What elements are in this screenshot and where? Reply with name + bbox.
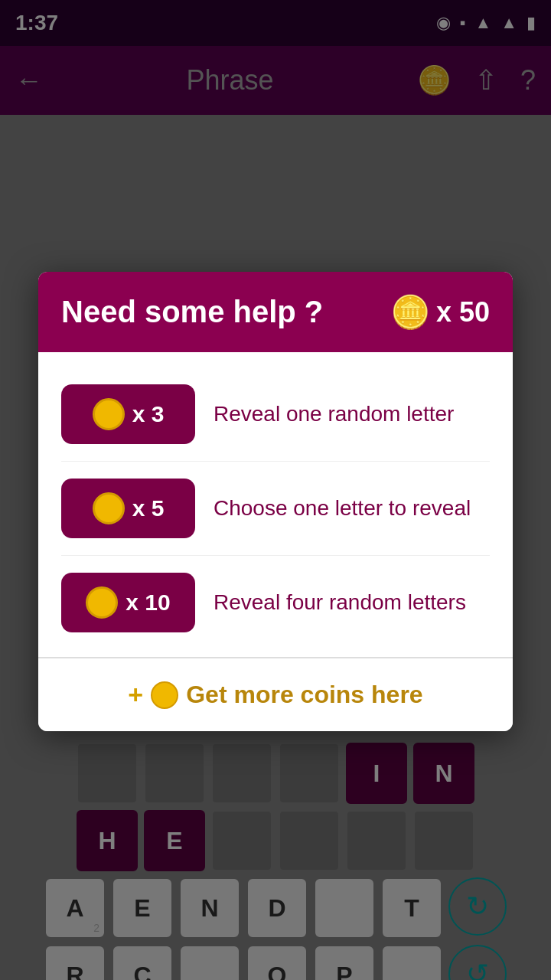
coin-icon-1 [93,398,125,430]
coin-icon-3 [86,586,118,619]
dialog-header: Need some help ? 🪙 x 50 [38,272,513,352]
option-desc-1: Reveal one random letter [214,400,490,428]
coin-stack-icon: 🪙 [390,293,430,331]
option-cost-label-1: x 3 [132,401,165,427]
help-option-2[interactable]: x 5 Choose one letter to reveal [61,462,490,556]
dialog-title: Need some help ? [61,295,323,329]
option-cost-3: x 10 [61,573,195,632]
dialog-body: x 3 Reveal one random letter x 5 Choose … [38,352,513,657]
get-more-coin-icon [151,681,178,709]
help-option-3[interactable]: x 10 Reveal four random letters [61,556,490,649]
coin-icon-2 [93,492,125,524]
help-dialog: Need some help ? 🪙 x 50 x 3 Reveal one r… [38,272,513,731]
option-cost-label-3: x 10 [126,590,170,616]
option-desc-3: Reveal four random letters [214,589,490,616]
option-desc-2: Choose one letter to reveal [214,495,490,522]
option-cost-1: x 3 [61,384,195,444]
plus-icon: + [128,680,143,710]
option-cost-label-2: x 5 [132,495,165,521]
coin-count-value: x 50 [436,296,490,328]
option-cost-2: x 5 [61,479,195,538]
get-more-label: Get more coins here [186,681,422,709]
coin-count-display: 🪙 x 50 [390,293,490,331]
help-option-1[interactable]: x 3 Reveal one random letter [61,368,490,462]
get-more-coins-button[interactable]: + Get more coins here [38,658,513,731]
